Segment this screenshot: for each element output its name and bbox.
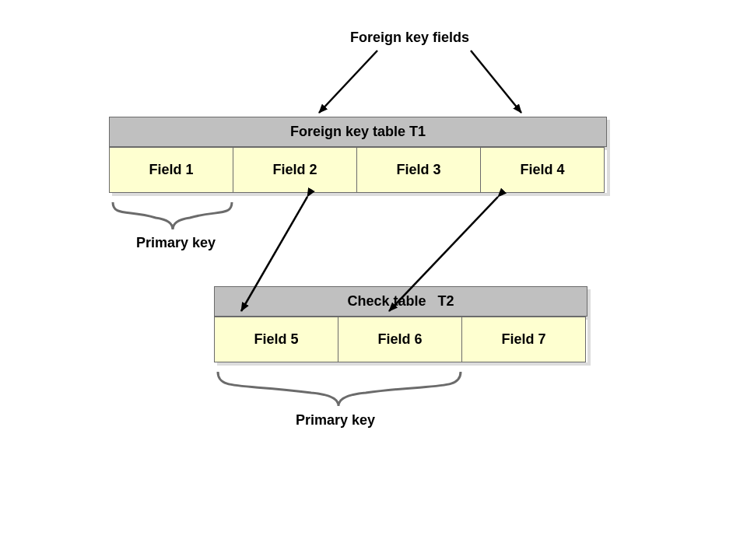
table-t2: Check table T2 Field 5 Field 6 Field 7 <box>214 286 587 362</box>
table-t2-title-b: T2 <box>438 293 454 309</box>
foreign-key-fields-label: Foreign key fields <box>350 30 469 46</box>
table-t2-row: Field 5 Field 6 Field 7 <box>214 317 587 362</box>
arrow-top-right <box>471 51 521 113</box>
arrow-top-left <box>319 51 377 113</box>
table-t1: Foreign key table T1 Field 1 Field 2 Fie… <box>109 117 607 193</box>
brace-t2 <box>218 372 461 406</box>
t1-field-3: Field 3 <box>356 147 481 193</box>
t1-field-4: Field 4 <box>480 147 605 193</box>
diagram-overlay <box>0 0 747 560</box>
t1-field-2: Field 2 <box>233 147 357 193</box>
table-t2-title-a: Check table <box>347 293 426 309</box>
table-t2-header: Check table T2 <box>214 286 587 317</box>
primary-key-t2-label: Primary key <box>296 412 375 429</box>
t1-field-1: Field 1 <box>109 147 233 193</box>
table-t1-row: Field 1 Field 2 Field 3 Field 4 <box>109 147 607 193</box>
t2-field-6: Field 6 <box>338 317 462 362</box>
t2-field-7: Field 7 <box>461 317 586 362</box>
t2-field-5: Field 5 <box>214 317 338 362</box>
brace-t1 <box>113 202 232 229</box>
primary-key-t1-label: Primary key <box>136 235 216 251</box>
table-t1-header: Foreign key table T1 <box>109 117 607 147</box>
